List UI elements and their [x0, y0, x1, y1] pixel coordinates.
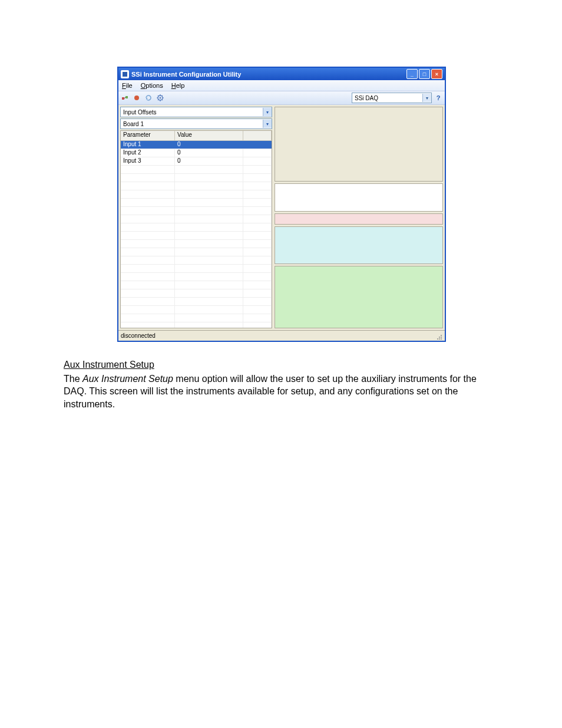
cell-parameter: [121, 314, 175, 322]
cell-extra: [243, 248, 272, 256]
cell-extra: [243, 265, 272, 272]
titlebar[interactable]: SSi Instrument Configuration Utility _ □…: [118, 68, 445, 80]
cell-value: 0: [175, 157, 243, 165]
cell-extra: [243, 256, 272, 264]
cell-extra: [243, 273, 272, 281]
cell-value: [175, 273, 243, 281]
cell-parameter: Input 1: [121, 141, 175, 149]
doc-body: The Aux Instrument Setup menu option wil…: [64, 373, 498, 411]
table-row[interactable]: [121, 248, 272, 256]
menu-help[interactable]: Help: [171, 82, 185, 89]
cell-parameter: Input 2: [121, 149, 175, 157]
table-row[interactable]: [121, 223, 272, 232]
table-row[interactable]: [121, 190, 272, 199]
help-icon[interactable]: ?: [434, 94, 442, 102]
table-row[interactable]: [121, 298, 272, 306]
svg-point-7: [439, 338, 440, 340]
cell-parameter: [121, 232, 175, 239]
cell-value: [175, 166, 243, 173]
board-select[interactable]: Board 1 ▾: [120, 118, 272, 129]
table-row[interactable]: [121, 182, 272, 190]
cell-extra: [243, 215, 272, 223]
cell-parameter: [121, 248, 175, 256]
table-row[interactable]: Input 20: [121, 149, 272, 157]
settings-icon[interactable]: [156, 94, 164, 102]
cell-extra: [243, 240, 272, 248]
col-header-value[interactable]: Value: [175, 131, 243, 140]
preview-panel-white: [275, 183, 443, 212]
device-select[interactable]: SSi DAQ ▾: [352, 93, 432, 103]
cell-value: [175, 248, 243, 256]
close-button[interactable]: ×: [431, 69, 442, 79]
category-select[interactable]: Input Offsets ▾: [120, 107, 272, 117]
chevron-down-icon: ▾: [422, 94, 431, 102]
table-row[interactable]: Input 10: [121, 141, 272, 149]
table-row[interactable]: [121, 207, 272, 215]
preview-panel-green: [275, 266, 443, 328]
cell-parameter: [121, 306, 175, 314]
chevron-down-icon: ▾: [263, 120, 272, 128]
board-select-value: Board 1: [123, 121, 263, 127]
svg-rect-2: [125, 96, 128, 98]
refresh-icon[interactable]: [144, 94, 153, 102]
cell-value: 0: [175, 149, 243, 157]
cell-parameter: [121, 215, 175, 223]
cell-value: [175, 215, 243, 223]
table-row[interactable]: [121, 273, 272, 281]
menu-options[interactable]: Options: [141, 82, 163, 89]
disconnect-icon[interactable]: [133, 94, 141, 102]
maximize-button[interactable]: □: [419, 69, 430, 79]
table-row[interactable]: [121, 314, 272, 322]
table-row[interactable]: [121, 232, 272, 240]
cell-parameter: [121, 281, 175, 289]
resize-grip-icon[interactable]: [434, 332, 442, 340]
device-select-value: SSi DAQ: [355, 95, 422, 101]
svg-point-8: [441, 337, 442, 338]
app-window: SSi Instrument Configuration Utility _ □…: [117, 67, 446, 342]
table-row[interactable]: [121, 199, 272, 207]
svg-rect-1: [122, 97, 124, 100]
table-row[interactable]: [121, 240, 272, 248]
table-row[interactable]: [121, 215, 272, 223]
cell-value: [175, 190, 243, 198]
cell-extra: [243, 157, 272, 165]
col-header-extra[interactable]: [243, 131, 272, 140]
table-row[interactable]: [121, 281, 272, 289]
cell-parameter: [121, 182, 175, 190]
cell-parameter: [121, 322, 175, 328]
cell-parameter: [121, 298, 175, 305]
grid-body: Input 10Input 20Input 30: [121, 141, 272, 328]
cell-parameter: [121, 289, 175, 297]
table-row[interactable]: [121, 265, 272, 273]
cell-parameter: [121, 207, 175, 215]
table-row[interactable]: [121, 322, 272, 328]
menu-file[interactable]: File: [122, 82, 133, 89]
right-panel: [275, 107, 443, 328]
cell-value: 0: [175, 141, 243, 149]
table-row[interactable]: Input 30: [121, 157, 272, 166]
table-row[interactable]: [121, 256, 272, 265]
connect-icon[interactable]: [121, 94, 129, 102]
table-row[interactable]: [121, 289, 272, 298]
toolbar: SSi DAQ ▾ ?: [118, 91, 445, 105]
table-row[interactable]: [121, 174, 272, 182]
chevron-down-icon: ▾: [263, 108, 272, 116]
cell-parameter: [121, 199, 175, 206]
doc-heading: Aux Instrument Setup: [64, 358, 498, 371]
menubar: File Options Help: [118, 80, 445, 91]
minimize-button[interactable]: _: [406, 69, 418, 79]
cell-value: [175, 322, 243, 328]
table-row[interactable]: [121, 306, 272, 314]
col-header-parameter[interactable]: Parameter: [121, 131, 175, 140]
status-text: disconnected: [121, 332, 434, 339]
cell-parameter: [121, 273, 175, 281]
cell-extra: [243, 232, 272, 239]
cell-extra: [243, 322, 272, 328]
cell-parameter: [121, 240, 175, 248]
cell-value: [175, 256, 243, 264]
cell-value: [175, 306, 243, 314]
cell-extra: [243, 182, 272, 190]
table-row[interactable]: [121, 166, 272, 174]
cell-extra: [243, 306, 272, 314]
window-title: SSi Instrument Configuration Utility: [131, 71, 406, 78]
